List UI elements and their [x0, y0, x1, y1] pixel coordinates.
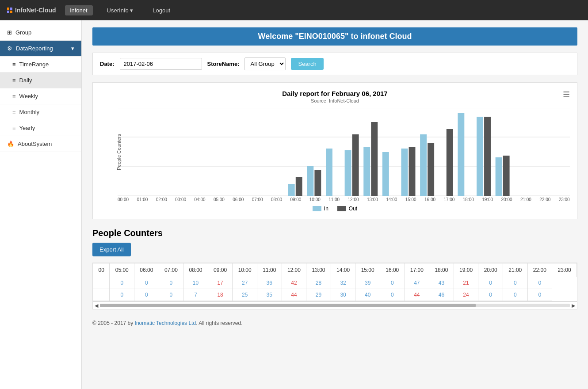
table-col-header: 21:00: [503, 263, 527, 277]
table-col-header: 15:00: [355, 263, 380, 277]
sidebar-item-label: Monthly: [19, 109, 40, 115]
section-title: People Counters: [92, 228, 577, 238]
svg-rect-19: [420, 134, 427, 196]
table-cell: 44: [405, 289, 429, 301]
svg-rect-11: [326, 149, 332, 196]
svg-rect-24: [484, 117, 491, 196]
svg-rect-25: [496, 157, 502, 196]
chart-menu-icon[interactable]: ☰: [563, 90, 570, 99]
table-cell: 30: [331, 289, 355, 301]
legend-out: Out: [337, 206, 357, 212]
sidebar-item-monthly[interactable]: ≡ Monthly: [0, 104, 81, 120]
scroll-track[interactable]: [100, 304, 570, 307]
nav-userinfo[interactable]: UserInfo ▾: [102, 5, 139, 15]
chart-svg: 50 25 0: [118, 108, 570, 196]
nav-logout[interactable]: Logout: [147, 5, 176, 15]
sidebar: ⊞ Group ⚙ DataReporting ▾ ≡ TimeRange ≡ …: [0, 20, 82, 389]
export-all-button[interactable]: Export All: [92, 243, 131, 256]
svg-rect-18: [409, 147, 416, 196]
gear-icon: ⚙: [7, 45, 12, 52]
table-cell: 18: [208, 289, 233, 301]
sidebar-item-aboutsystem[interactable]: 🔥 AboutSystem: [0, 136, 81, 152]
brand: InfoNet-Cloud: [7, 7, 56, 14]
table-cell: 17: [208, 277, 233, 289]
footer-text: © 2005 - 2017 by Inomatic Technologies L…: [92, 320, 243, 326]
chart-source: Source: InfoNet-Cloud: [100, 98, 570, 103]
date-label: Date:: [100, 61, 115, 67]
table-cell: 0: [159, 289, 183, 301]
scroll-right-arrow[interactable]: ▶: [572, 303, 575, 309]
table-col-header: 19:00: [454, 263, 478, 277]
search-button[interactable]: Search: [291, 58, 323, 70]
table-cell: 0: [110, 277, 134, 289]
svg-rect-23: [477, 117, 483, 196]
scroll-left-arrow[interactable]: ◀: [95, 303, 98, 309]
table-cell: 40: [355, 289, 380, 301]
sidebar-item-group[interactable]: ⊞ Group: [0, 25, 81, 41]
table-cell: 0: [503, 277, 527, 289]
table-col-header: 16:00: [380, 263, 405, 277]
sidebar-item-datareporting[interactable]: ⚙ DataReporting ▾: [0, 41, 81, 57]
date-input[interactable]: [120, 58, 202, 70]
table-col-header: 14:00: [331, 263, 355, 277]
svg-rect-13: [352, 134, 359, 196]
table-cell: 39: [355, 277, 380, 289]
svg-rect-14: [363, 147, 370, 196]
table-cell: [93, 277, 110, 289]
filter-bar: Date: StoreName: All Group Search: [92, 53, 577, 75]
table-cell: 47: [405, 277, 429, 289]
table-header-row: 0005:0006:0007:0008:0009:0010:0011:0012:…: [93, 263, 577, 277]
main-layout: ⊞ Group ⚙ DataReporting ▾ ≡ TimeRange ≡ …: [0, 20, 588, 389]
table-header-empty: 00: [93, 263, 110, 277]
table-row: 0007182535442930400444624000: [93, 289, 577, 301]
flame-icon: 🔥: [7, 141, 14, 147]
store-select[interactable]: All Group: [244, 57, 286, 70]
table-cell: 10: [183, 277, 208, 289]
data-table: 0005:0006:0007:0008:0009:0010:0011:0012:…: [93, 263, 577, 301]
table-row: 00010172736422832390474321000: [93, 277, 577, 289]
table-cell: 0: [503, 289, 527, 301]
x-axis-labels: 00:00 01:00 02:00 03:00 04:00 05:00 06:0…: [118, 197, 570, 202]
table-col-header: 20:00: [478, 263, 503, 277]
table-cell: 43: [429, 277, 454, 289]
sidebar-item-label: Yearly: [19, 125, 35, 131]
svg-rect-17: [401, 149, 408, 196]
table-cell: 44: [282, 289, 306, 301]
chart-legend: In Out: [100, 206, 570, 212]
legend-in: In: [313, 206, 328, 212]
table-cell: 25: [233, 289, 257, 301]
sidebar-item-yearly[interactable]: ≡ Yearly: [0, 120, 81, 136]
table-cell: 0: [134, 277, 159, 289]
legend-in-label: In: [324, 206, 328, 212]
list-icon: ≡: [12, 77, 16, 84]
table-cell: 24: [454, 289, 478, 301]
scrollbar-area: ◀ ▶: [92, 301, 577, 309]
list-icon: ≡: [12, 109, 16, 115]
sidebar-item-daily[interactable]: ≡ Daily: [0, 72, 81, 88]
sidebar-item-weekly[interactable]: ≡ Weekly: [0, 88, 81, 104]
brand-label: InfoNet-Cloud: [15, 7, 56, 14]
sidebar-item-label: Group: [15, 29, 31, 36]
legend-out-label: Out: [349, 206, 357, 212]
data-table-wrapper: 0005:0006:0007:0008:0009:0010:0011:0012:…: [92, 263, 577, 301]
table-cell: 0: [380, 277, 405, 289]
grid-icon: ⊞: [7, 29, 12, 36]
sidebar-item-timerange[interactable]: ≡ TimeRange: [0, 57, 81, 72]
table-cell: 0: [527, 289, 552, 301]
svg-rect-15: [371, 122, 378, 196]
table-col-header: 17:00: [405, 263, 429, 277]
chart-title: Daily report for February 06, 2017: [100, 90, 570, 97]
table-cell: 0: [380, 289, 405, 301]
legend-out-box: [337, 206, 346, 211]
svg-rect-7: [288, 184, 295, 196]
footer-link[interactable]: Inomatic Technologies Ltd: [135, 320, 196, 326]
table-col-header: 10:00: [233, 263, 257, 277]
table-cell: 42: [282, 277, 306, 289]
table-cell: 21: [454, 277, 478, 289]
nav-infonet[interactable]: infonet: [65, 5, 93, 15]
table-cell: 32: [331, 277, 355, 289]
chart-section: Daily report for February 06, 2017 Sourc…: [92, 82, 577, 219]
svg-rect-26: [503, 156, 510, 196]
sidebar-item-label: TimeRange: [19, 61, 49, 68]
svg-rect-16: [382, 152, 389, 196]
